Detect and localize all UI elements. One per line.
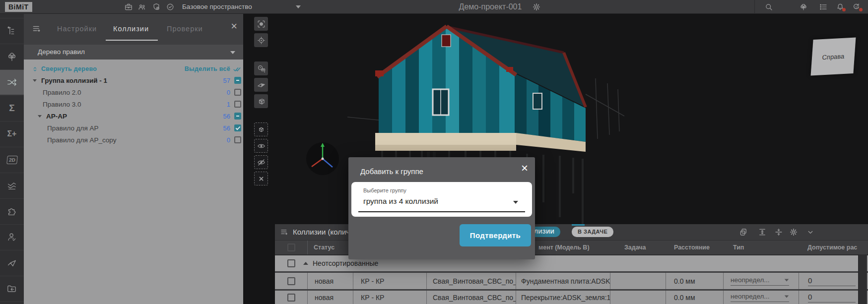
collapse-tree-link[interactable]: Свернуть дерево <box>41 65 97 72</box>
project-settings-gear-icon[interactable] <box>532 2 541 11</box>
collapse-group-icon[interactable] <box>303 262 308 265</box>
cell-pair: КР - КР <box>353 273 427 289</box>
sidebar-item-graphs[interactable] <box>0 173 24 198</box>
row-checkbox[interactable] <box>287 294 295 302</box>
team-icon[interactable] <box>137 2 146 11</box>
col-distance[interactable]: Расстояние <box>666 241 724 254</box>
sidebar-item-summary-add[interactable]: Σ+ <box>0 121 24 146</box>
type-dropdown[interactable]: неопредел... <box>731 293 789 302</box>
section-caret-icon <box>230 51 235 54</box>
list-icon[interactable] <box>819 2 828 11</box>
sidebar-item-collisions[interactable] <box>0 69 24 95</box>
sidebar-item-summary[interactable]: Σ <box>0 95 24 121</box>
sidebar-item-model-tree[interactable] <box>0 44 24 69</box>
tree-checkbox[interactable] <box>234 136 241 143</box>
sidebar-item-2d[interactable]: 2D <box>0 147 24 172</box>
collision-count: 56 <box>223 124 230 132</box>
collapse-rows-icon[interactable] <box>774 228 783 237</box>
dropdown-caret-icon <box>785 295 789 298</box>
row-checkbox[interactable] <box>287 277 295 285</box>
table-scrollbar[interactable] <box>858 254 867 304</box>
view-cube-face[interactable]: Справа <box>811 38 856 76</box>
tree-checkbox[interactable] <box>234 77 241 84</box>
cell-status: новая <box>308 291 353 304</box>
select-elements-button[interactable] <box>254 122 268 136</box>
tree-section-header[interactable]: Дерево правил <box>24 45 243 60</box>
group-label: Неотсортированные <box>313 259 378 267</box>
double-check-icon <box>233 65 241 73</box>
row-height-icon[interactable] <box>758 228 767 237</box>
tree-item[interactable]: Правило 3.0 1 <box>24 98 243 110</box>
allowed-distance-input[interactable]: 0 <box>808 276 856 286</box>
clear-selection-button[interactable] <box>254 172 268 185</box>
shield-history-icon[interactable] <box>152 2 161 11</box>
chevron-down-icon[interactable] <box>806 228 815 237</box>
filter-in-task-button[interactable]: В ЗАДАЧЕ <box>572 227 613 237</box>
caret-down-icon[interactable] <box>38 115 42 118</box>
measure-button[interactable] <box>254 61 268 75</box>
workspace-caret-icon[interactable] <box>296 5 301 8</box>
tab-collisions[interactable]: Коллизии <box>113 25 149 33</box>
project-title: Демо-проект-001 <box>453 0 528 14</box>
confirm-button[interactable]: Подтвердить <box>460 224 531 246</box>
tree-item[interactable]: АР-АР 56 <box>24 110 243 122</box>
table-row[interactable]: новая КР - КР Свая_Винтовая_СВС_по_ТУ_ Ф… <box>275 271 868 289</box>
tree-checkbox[interactable] <box>234 89 241 96</box>
sigma-plus-icon: Σ+ <box>7 129 17 138</box>
table-menu-icon[interactable] <box>280 228 289 237</box>
cell-element-b: Фундаментная плита:ADSK_ <box>516 273 610 289</box>
section-box-button[interactable] <box>254 94 268 108</box>
tree-checkbox[interactable] <box>234 124 241 131</box>
zoom-fit-button[interactable] <box>254 17 268 31</box>
app-window: BiMiT Базовое пространство Демо-проект-0… <box>0 0 868 304</box>
table-settings-gear-icon[interactable] <box>789 228 798 237</box>
tree-checkbox[interactable] <box>234 113 241 120</box>
locate-button[interactable] <box>254 33 268 47</box>
close-icon[interactable]: × <box>521 162 528 174</box>
hide-selection-button[interactable] <box>254 155 268 169</box>
select-caret-icon[interactable] <box>513 201 518 204</box>
panel-menu-icon[interactable] <box>32 24 42 34</box>
select-all-link[interactable]: Выделить всё <box>185 65 230 72</box>
group-checkbox[interactable] <box>287 259 295 267</box>
tree-item-label: Группа коллизий - 1 <box>41 77 107 84</box>
allowed-distance-input[interactable]: 0 <box>808 293 856 303</box>
navigation-gizmo[interactable] <box>303 139 342 179</box>
sidebar-item-user-check[interactable] <box>0 224 24 249</box>
tree-item[interactable]: Правило для АР_copy 0 <box>24 134 243 146</box>
tab-settings[interactable]: Настройки <box>57 25 97 33</box>
sidebar-item-folder-import[interactable] <box>0 276 24 301</box>
tree-item[interactable]: Правило для АР 56 <box>24 122 243 134</box>
section-plane-button[interactable] <box>254 78 268 92</box>
col-type[interactable]: Тип <box>724 241 799 254</box>
type-value: неопредел... <box>731 276 770 284</box>
tab-checks[interactable]: Проверки <box>167 25 203 33</box>
tab-indicator <box>572 224 585 226</box>
tree-checkbox[interactable] <box>234 101 241 108</box>
select-all-checkbox[interactable] <box>287 243 295 251</box>
col-task[interactable]: Задача <box>610 241 666 254</box>
type-dropdown[interactable]: неопредел... <box>731 276 789 286</box>
sidebar-item-user[interactable] <box>0 302 24 304</box>
sidebar-item-trowel[interactable] <box>0 250 24 275</box>
projects-icon[interactable] <box>124 2 133 11</box>
active-tab-underline <box>106 40 158 41</box>
model-tree-icon[interactable] <box>799 2 808 11</box>
tree-item[interactable]: Группа коллизий - 1 57 <box>24 74 243 86</box>
cell-distance: 0.0 мм <box>666 273 724 289</box>
col-allowed[interactable]: Допустимое рас <box>799 241 868 254</box>
cell-status: новая <box>308 273 353 289</box>
sidebar-item-structure[interactable] <box>0 18 24 43</box>
tree-item[interactable]: Правило 2.0 0 <box>24 86 243 98</box>
workspace-selector[interactable]: Базовое пространство <box>182 0 252 14</box>
sidebar-item-plugins[interactable] <box>0 198 24 224</box>
close-icon[interactable]: × <box>231 21 237 32</box>
table-row[interactable]: новая КР - КР Свая_Винтовая_СВС_по_ТУ_ П… <box>275 289 868 304</box>
group-select-field[interactable]: Выберите группу группа из 4 коллизий <box>351 182 532 217</box>
col-status[interactable]: Статус <box>308 241 353 254</box>
search-icon[interactable] <box>764 2 773 11</box>
show-selection-button[interactable] <box>254 139 268 153</box>
check-circle-icon[interactable] <box>166 2 175 11</box>
caret-down-icon[interactable] <box>33 79 37 82</box>
duplicate-icon[interactable] <box>739 228 748 237</box>
